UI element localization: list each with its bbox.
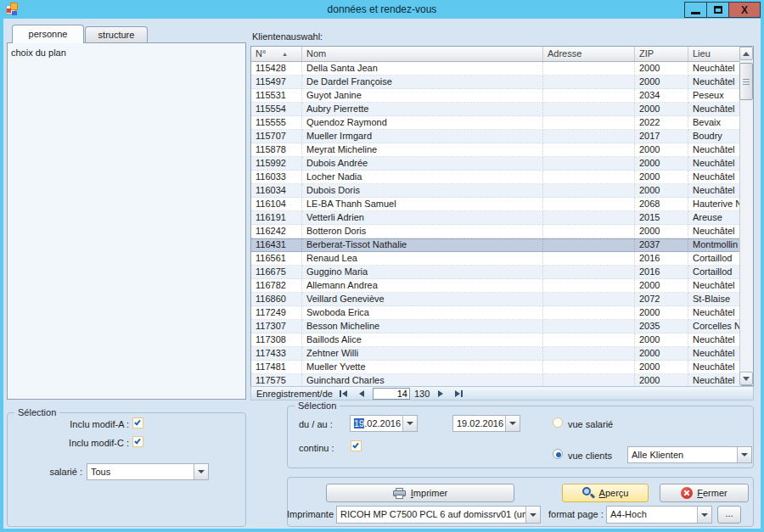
salarie-select[interactable]: Tous — [87, 463, 209, 480]
scrollbar-thumb[interactable] — [739, 63, 753, 100]
vue-salarie-label: vue salarié — [568, 419, 613, 429]
table-row[interactable]: 116782Allemann Andrea2000Neuchâtel — [251, 279, 741, 293]
magnifier-icon — [582, 487, 595, 500]
table-row[interactable]: 117307Besson Micheline2035Corcelles NE — [251, 320, 741, 333]
last-record-button[interactable] — [452, 388, 465, 399]
table-row[interactable]: 115531Guyot Janine2034Peseux — [251, 89, 741, 103]
chevron-down-icon[interactable] — [402, 416, 417, 431]
table-row[interactable]: 115554Aubry Pierrette2000Neuchâtel — [251, 103, 741, 116]
cell: 2015 — [635, 211, 688, 225]
cell: 116860 — [251, 293, 302, 306]
cell: 2000 — [635, 103, 688, 116]
cell: 115497 — [251, 76, 302, 89]
group-title: Sélection — [295, 400, 340, 411]
table-row[interactable]: 115497De Dardel Françoise2000Neuchâtel — [251, 76, 741, 89]
column-header-zip[interactable]: ZIP — [635, 47, 688, 61]
table-row[interactable]: 116561Renaud Lea2016Cortaillod — [251, 252, 741, 266]
cell: Zehtner Willi — [302, 347, 543, 361]
apercu-button[interactable]: Aperçu — [562, 484, 649, 502]
table-row[interactable]: 115555Quendoz Raymond2022Bevaix — [251, 116, 741, 130]
cell — [543, 361, 635, 374]
scroll-down-button[interactable] — [739, 372, 753, 385]
cell — [543, 89, 635, 103]
chevron-down-icon[interactable] — [697, 507, 711, 523]
table-row[interactable]: 115992Dubois Andrée2000Neuchâtel — [251, 157, 741, 171]
column-header-no[interactable]: N°▲ — [251, 47, 302, 61]
minimize-button[interactable] — [684, 2, 707, 18]
cell: Guinchard Charles — [302, 374, 543, 387]
cell — [543, 333, 635, 347]
table-row[interactable]: 115878Meyrat Micheline2000Neuchâtel — [251, 143, 741, 157]
cell: Quendoz Raymond — [302, 116, 543, 130]
table-row[interactable]: 115707Mueller Irmgard2017Boudry — [251, 130, 741, 143]
check-icon — [352, 442, 359, 449]
column-header-nom[interactable]: Nom — [302, 47, 543, 61]
vue-salarie-radio[interactable] — [553, 417, 563, 428]
inclu-modif-a-checkbox[interactable] — [132, 417, 143, 428]
tab-personne[interactable]: personne — [12, 25, 84, 43]
table-row[interactable]: 115428Della Santa Jean2000Neuchâtel — [251, 62, 741, 76]
table-row[interactable]: 116191Vetterli Adrien2015Areuse — [251, 211, 741, 225]
tab-structure[interactable]: structure — [85, 26, 148, 43]
cell: Neuchâtel — [688, 347, 741, 361]
scroll-up-button[interactable] — [739, 47, 753, 60]
continu-checkbox[interactable] — [351, 440, 362, 451]
current-record-input[interactable] — [373, 388, 410, 400]
clients-table: N°▲ Nom Adresse ZIP Lieu 115428Della San… — [250, 46, 754, 386]
vue-clients-radio[interactable] — [553, 449, 563, 459]
date-to-picker[interactable]: 19.02.2016 — [452, 415, 520, 432]
table-row[interactable]: 116033Locher Nadia2000Neuchâtel — [251, 171, 741, 184]
cell: Guyot Janine — [302, 89, 543, 103]
close-button[interactable]: X — [728, 2, 761, 18]
maximize-button[interactable] — [706, 2, 729, 18]
cell — [543, 238, 635, 252]
table-row[interactable]: 117308Baillods Alice2000Neuchâtel — [251, 333, 741, 347]
column-header-lieu[interactable]: Lieu — [688, 47, 741, 61]
cell: Neuchâtel — [688, 374, 741, 387]
clients-filter-select[interactable]: Alle Klienten — [627, 446, 752, 463]
cell — [543, 320, 635, 333]
table-row[interactable]: 116242Botteron Doris2000Neuchâtel — [251, 225, 741, 238]
browse-button[interactable]: ... — [717, 506, 741, 524]
cell: Neuchâtel — [688, 306, 741, 320]
imprimer-button[interactable]: Imprimer — [326, 484, 514, 502]
table-row[interactable]: 116675Guggino Maria2016Cortaillod — [251, 266, 741, 279]
table-row[interactable]: 116431Berberat-Tissot Nathalie2037Montmo… — [251, 238, 741, 252]
chevron-down-icon[interactable] — [194, 464, 208, 479]
cell: 2000 — [635, 157, 688, 171]
format-page-select[interactable]: A4-Hoch — [606, 506, 712, 524]
first-record-button[interactable] — [337, 388, 351, 399]
check-icon — [134, 419, 141, 426]
previous-record-button[interactable] — [355, 388, 368, 399]
cell — [543, 225, 635, 238]
table-row[interactable]: 117481Mueller Yvette2000Neuchâtel — [251, 361, 741, 374]
inclu-modif-c-checkbox[interactable] — [132, 436, 143, 447]
scroll-down-icon — [743, 377, 750, 381]
cell — [543, 143, 635, 157]
fermer-button[interactable]: Fermer — [660, 484, 749, 502]
cell: 2000 — [635, 361, 688, 374]
cell: Swoboda Erica — [302, 306, 543, 320]
table-row[interactable]: 117575Guinchard Charles2000Neuchâtel — [251, 374, 741, 387]
first-record-icon — [340, 390, 341, 397]
table-row[interactable]: 117433Zehtner Willi2000Neuchâtel — [251, 347, 741, 361]
cell — [543, 211, 635, 225]
chevron-down-icon[interactable] — [505, 416, 520, 431]
table-row[interactable]: 116860Veillard Geneviève2072St-Blaise — [251, 293, 741, 306]
chevron-down-icon[interactable] — [525, 507, 540, 523]
format-page-label: format page : — [548, 509, 604, 519]
cell — [543, 347, 635, 361]
cell: Aubry Pierrette — [302, 103, 543, 116]
table-row[interactable]: 116104LE-BA Thanh Samuel2068Hauterive NE — [251, 198, 741, 211]
chevron-down-icon[interactable] — [737, 447, 751, 462]
table-row[interactable]: 117249Swoboda Erica2000Neuchâtel — [251, 306, 741, 320]
next-record-button[interactable] — [434, 388, 447, 399]
table-row[interactable]: 116034Dubois Doris2000Neuchâtel — [251, 184, 741, 198]
imprimante-label: Imprimante — [287, 509, 334, 519]
clients-table-vertical-scrollbar[interactable] — [739, 47, 753, 385]
cell: 2000 — [635, 306, 688, 320]
date-from-picker[interactable]: 19.02.2016 — [350, 415, 418, 432]
column-header-adresse[interactable]: Adresse — [543, 47, 635, 61]
cell: 116561 — [251, 252, 302, 266]
imprimante-select[interactable]: RICOH MP C7500 PCL 6 auf domissrv01 (um — [336, 506, 541, 524]
